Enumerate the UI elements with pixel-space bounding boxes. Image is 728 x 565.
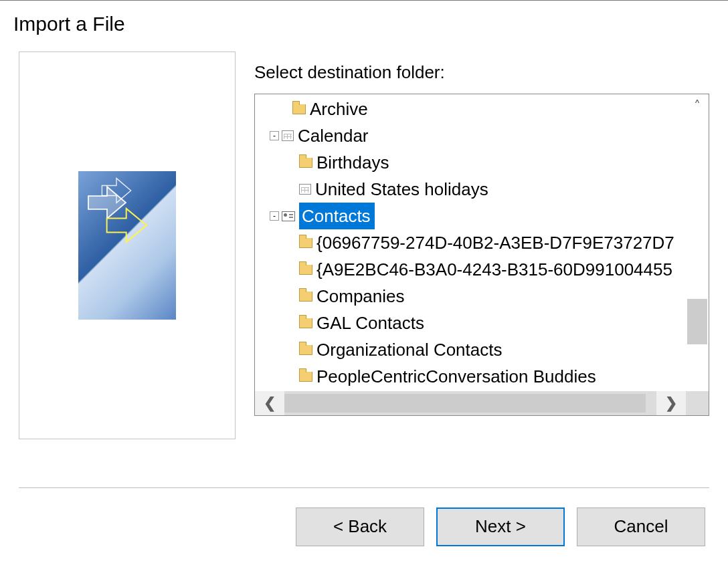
- contacts-icon: [282, 211, 295, 221]
- scroll-up-icon[interactable]: ˄: [686, 94, 709, 117]
- folder-icon: [299, 238, 312, 248]
- instruction-label: Select destination folder:: [254, 62, 709, 83]
- tree-item-us-holidays[interactable]: United States holidays: [255, 176, 686, 203]
- tree-item-label: Contacts: [299, 203, 375, 229]
- dialog-title: Import a File: [0, 1, 728, 51]
- tree-item-label: Calendar: [298, 122, 373, 149]
- tree-item-gal-contacts[interactable]: GAL Contacts: [255, 310, 686, 336]
- folder-tree[interactable]: Archive - Calendar Birthdays United S: [254, 94, 709, 416]
- tree-item-label: United States holidays: [315, 176, 492, 203]
- folder-icon: [299, 265, 312, 275]
- vertical-scrollbar[interactable]: ˄ ˅: [686, 94, 709, 415]
- collapse-toggle[interactable]: -: [270, 131, 279, 140]
- tree-item-label: {A9E2BC46-B3A0-4243-B315-60D991004455: [316, 256, 676, 283]
- wizard-image-pane: [19, 51, 236, 439]
- tree-item-guid-a9e2[interactable]: {A9E2BC46-B3A0-4243-B315-60D991004455: [255, 256, 686, 283]
- calendar-icon: [282, 130, 294, 141]
- folder-icon: [299, 318, 312, 328]
- tree-item-label: {06967759-274D-40B2-A3EB-D7F9E73727D7: [316, 229, 678, 256]
- wizard-button-row: < Back Next > Cancel: [19, 487, 709, 565]
- scroll-thumb[interactable]: [687, 299, 707, 344]
- tree-item-archive[interactable]: Archive: [255, 96, 686, 122]
- tree-item-label: Birthdays: [316, 149, 393, 176]
- tree-item-label: PeopleCentricConversation Buddies: [316, 363, 600, 390]
- scroll-left-icon[interactable]: ❮: [255, 391, 284, 415]
- cancel-button[interactable]: Cancel: [577, 507, 705, 546]
- folder-icon: [292, 104, 306, 114]
- scroll-right-icon[interactable]: ❯: [656, 391, 686, 415]
- back-button[interactable]: < Back: [296, 507, 424, 546]
- tree-item-companies[interactable]: Companies: [255, 283, 686, 310]
- tree-item-label: GAL Contacts: [316, 310, 428, 336]
- next-button[interactable]: Next >: [436, 507, 565, 546]
- horizontal-scrollbar[interactable]: ❮ ❯: [255, 391, 709, 415]
- folder-icon: [299, 372, 312, 382]
- tree-item-guid-0696[interactable]: {06967759-274D-40B2-A3EB-D7F9E73727D7: [255, 229, 686, 256]
- wizard-arrow-graphic: [78, 171, 176, 320]
- tree-item-people-buddies[interactable]: PeopleCentricConversation Buddies: [255, 363, 686, 390]
- calendar-icon: [299, 184, 311, 195]
- tree-item-label: Organizational Contacts: [316, 336, 506, 363]
- folder-icon: [299, 158, 312, 168]
- scroll-thumb[interactable]: [284, 394, 646, 413]
- tree-item-calendar[interactable]: - Calendar: [255, 122, 686, 149]
- collapse-toggle[interactable]: -: [270, 211, 279, 221]
- tree-item-label: Archive: [310, 96, 372, 122]
- tree-item-contacts[interactable]: - Contacts: [255, 203, 686, 229]
- scroll-track[interactable]: [686, 117, 709, 392]
- tree-item-label: Companies: [316, 283, 409, 310]
- tree-item-birthdays[interactable]: Birthdays: [255, 149, 686, 176]
- scroll-track[interactable]: [284, 391, 656, 415]
- folder-icon: [299, 292, 312, 302]
- folder-icon: [299, 345, 312, 355]
- tree-item-org-contacts[interactable]: Organizational Contacts: [255, 336, 686, 363]
